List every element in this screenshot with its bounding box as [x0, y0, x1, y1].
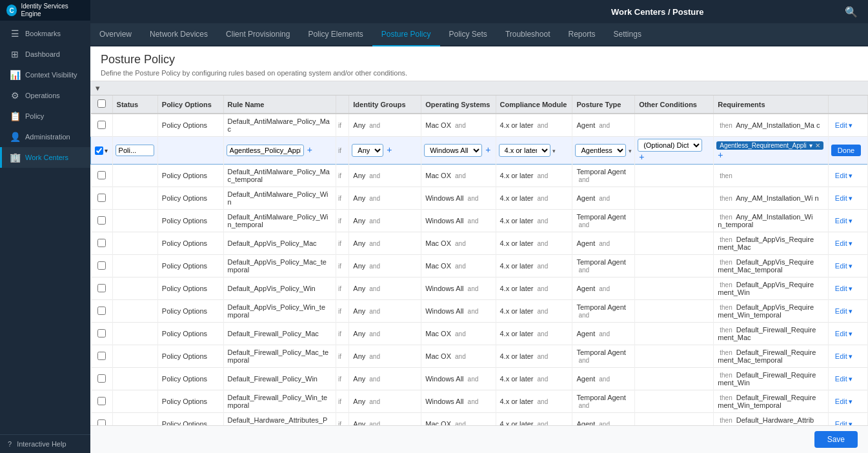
tab-network-devices[interactable]: Network Devices [141, 23, 217, 46]
row-checkbox[interactable] [97, 374, 106, 383]
row-identity-group: Any and [349, 345, 421, 368]
edit-button[interactable]: Edit ▾ [833, 375, 855, 383]
row-checkbox[interactable] [97, 171, 106, 179]
edit-button[interactable]: Edit ▾ [833, 239, 855, 248]
row-checkbox[interactable] [97, 329, 106, 337]
edit-button[interactable]: Edit ▾ [833, 352, 855, 361]
row-identity-group: Any and [349, 165, 421, 187]
os-select[interactable]: Windows All [424, 144, 482, 157]
tab-settings[interactable]: Settings [605, 23, 651, 46]
req-tag-close[interactable]: ✕ [815, 142, 820, 149]
row-checkbox[interactable] [97, 419, 106, 426]
row-checkbox[interactable] [97, 307, 106, 315]
row-checkbox-cell [91, 277, 113, 300]
sidebar-item-context[interactable]: 📊 Context Visibility [0, 65, 90, 85]
sidebar-item-operations[interactable]: ⚙ Operations [0, 85, 90, 106]
row-rule-cell: + [223, 137, 336, 165]
identity-group-select[interactable]: Any [352, 144, 383, 157]
policy-options-input[interactable] [116, 145, 154, 156]
add-identity-icon[interactable]: + [385, 145, 393, 155]
tab-troubleshoot[interactable]: Troubleshoot [496, 23, 560, 46]
sidebar-item-label: Context Visibility [25, 71, 77, 79]
edit-button[interactable]: Edit ▾ [833, 262, 855, 270]
tab-posture-policy[interactable]: Posture Policy [372, 23, 440, 46]
table-container: Status Policy Options Rule Name Identity… [90, 96, 868, 425]
sidebar-item-bookmarks[interactable]: ☰ Bookmarks [0, 23, 90, 44]
edit-button[interactable]: Edit ▾ [833, 420, 855, 426]
row-checkbox[interactable] [97, 239, 106, 247]
row-policy-options: Policy Options [157, 300, 223, 323]
tab-policy-elements[interactable]: Policy Elements [299, 23, 372, 46]
row-os: Mac OX and [421, 232, 496, 255]
edit-button[interactable]: Edit ▾ [833, 330, 855, 338]
save-button[interactable]: Save [814, 431, 858, 448]
row-posture-type: Agent and [572, 323, 635, 345]
row-status [112, 114, 157, 137]
row-policy-options: Policy Options [157, 413, 223, 426]
req-tag-dropdown[interactable]: ▾ [809, 142, 812, 149]
add-other-icon[interactable]: + [638, 152, 645, 162]
row-checkbox[interactable] [97, 121, 106, 129]
collapse-bar[interactable]: ▾ [90, 81, 868, 96]
row-checkbox[interactable] [97, 194, 106, 202]
row-requirements: then Default_Firewall_Require ment_Mac_t… [714, 345, 829, 368]
row-checkbox-cell [91, 165, 113, 187]
edit-chevron-icon: ▾ [849, 285, 853, 293]
table-row: ▾ + if Any + Windows All [91, 137, 868, 165]
row-checkbox[interactable] [97, 284, 106, 292]
edit-chevron-icon: ▾ [849, 330, 853, 338]
posture-type-select[interactable]: Agentless [575, 144, 626, 157]
sidebar-item-work-centers[interactable]: 🏢 Work Centers [0, 147, 90, 168]
row-compliance: 4.x or later and [496, 390, 572, 413]
done-button[interactable]: Done [831, 145, 861, 156]
edit-button[interactable]: Edit ▾ [833, 398, 855, 406]
row-checkbox[interactable] [97, 216, 106, 225]
edit-button[interactable]: Edit ▾ [833, 194, 855, 203]
row-checkbox[interactable] [97, 352, 106, 360]
row-if: if [336, 300, 348, 323]
row-other-conditions [635, 210, 714, 232]
sidebar-item-policy[interactable]: 📋 Policy [0, 106, 90, 126]
tab-client-provisioning[interactable]: Client Provisioning [217, 23, 299, 46]
row-status [112, 137, 157, 165]
table-row: Policy Options Default_AppVis_Policy_Mac… [91, 232, 868, 255]
rule-name-input[interactable] [227, 145, 304, 156]
sidebar-footer-help[interactable]: ? Interactive Help [0, 434, 90, 453]
edit-button[interactable]: Edit ▾ [833, 217, 855, 225]
row-rule-name: Default_AntiMalware_Policy_Ma c [223, 114, 336, 137]
sidebar-item-administration[interactable]: 👤 Administration [0, 126, 90, 147]
search-icon[interactable]: 🔍 [845, 6, 858, 18]
tab-policy-sets[interactable]: Policy Sets [440, 23, 496, 46]
select-all-checkbox[interactable] [97, 99, 106, 108]
edit-button[interactable]: Edit ▾ [833, 121, 855, 130]
row-rule-name: Default_AntiMalware_Policy_Ma c_temporal [223, 165, 336, 187]
row-checkbox-cell [91, 255, 113, 277]
row-checkbox[interactable] [97, 261, 106, 270]
edit-button[interactable]: Edit ▾ [833, 307, 855, 316]
expand-icon[interactable]: ▾ [105, 147, 108, 154]
other-conditions-select[interactable]: (Optional) Dictio... [638, 139, 702, 152]
add-os-icon[interactable]: + [484, 145, 492, 155]
row-checkbox[interactable] [97, 397, 106, 405]
edit-button[interactable]: Edit ▾ [833, 172, 855, 180]
tab-reports[interactable]: Reports [559, 23, 604, 46]
col-header-if [336, 96, 348, 114]
page-header: Posture Policy Define the Posture Policy… [90, 46, 868, 81]
row-actions: Edit ▾ [828, 345, 867, 368]
row-policy-options: Policy Options [157, 255, 223, 277]
edit-button[interactable]: Edit ▾ [833, 285, 855, 293]
table-row: Policy Options Default_Firewall_Policy_M… [91, 345, 868, 368]
row-policy-cell [157, 137, 223, 165]
row-identity-group: Any and [349, 368, 421, 390]
row-policy-options: Policy Options [157, 187, 223, 210]
add-rule-icon[interactable]: + [306, 145, 314, 155]
row-checkbox-cell [91, 368, 113, 390]
compliance-select[interactable]: 4.x or later [499, 144, 550, 157]
row-checkbox[interactable] [95, 146, 103, 155]
policy-icon: 📋 [10, 111, 20, 121]
sidebar-item-dashboard[interactable]: ⊞ Dashboard [0, 44, 90, 65]
row-policy-options: Policy Options [157, 345, 223, 368]
add-req-icon[interactable]: + [716, 150, 724, 160]
row-rule-name: Default_AppVis_Policy_Mac [223, 232, 336, 255]
tab-overview[interactable]: Overview [90, 23, 141, 46]
